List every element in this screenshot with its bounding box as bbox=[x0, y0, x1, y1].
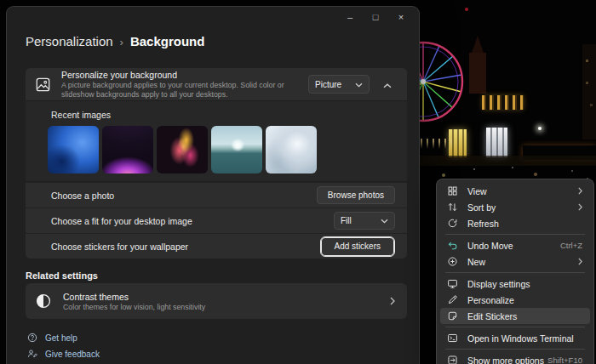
get-help-link[interactable]: Get help bbox=[27, 333, 100, 343]
menu-item-label: Personalize bbox=[467, 295, 582, 305]
thumbnail-abstract-flower[interactable] bbox=[157, 126, 208, 173]
breadcrumb-separator: › bbox=[120, 36, 123, 48]
background-type-dropdown[interactable]: Picture bbox=[308, 75, 370, 94]
fit-dropdown[interactable]: Fill bbox=[334, 212, 395, 230]
background-settings-group: Personalize your background A picture ba… bbox=[26, 68, 407, 259]
choose-stickers-label: Choose stickers for your wallpaper bbox=[51, 242, 320, 252]
contrast-icon bbox=[36, 293, 51, 309]
maximize-button[interactable]: □ bbox=[363, 7, 388, 27]
shoreline bbox=[419, 156, 596, 166]
submenu-chevron-icon bbox=[578, 187, 582, 195]
choose-photo-label: Choose a photo bbox=[51, 191, 317, 201]
menu-item-view[interactable]: View bbox=[440, 183, 590, 199]
submenu-chevron-icon bbox=[578, 203, 582, 211]
contrast-themes-row[interactable]: Contrast themes Color themes for low vis… bbox=[26, 283, 407, 319]
water-light-reflections bbox=[0, 0, 2, 2]
lit-building-windows bbox=[482, 95, 524, 110]
browse-photos-button[interactable]: Browse photos bbox=[317, 186, 395, 204]
white-lit-building bbox=[486, 128, 507, 157]
minimize-button[interactable]: – bbox=[337, 7, 363, 27]
personalize-brush-icon bbox=[446, 293, 459, 306]
menu-item-label: New bbox=[467, 257, 578, 267]
feedback-icon bbox=[27, 349, 37, 359]
street-lamp-light bbox=[538, 127, 542, 130]
choose-fit-label: Choose a fit for your desktop image bbox=[51, 216, 334, 226]
menu-item-label: Sort by bbox=[467, 202, 578, 213]
chevron-down-icon bbox=[381, 216, 388, 225]
give-feedback-label: Give feedback bbox=[45, 350, 100, 359]
contrast-themes-title: Contrast themes bbox=[63, 292, 390, 302]
pier-lights bbox=[421, 139, 455, 149]
undo-icon bbox=[446, 239, 459, 252]
menu-item-personalize[interactable]: Personalize bbox=[440, 292, 590, 308]
menu-item-undo-move[interactable]: Undo Move Ctrl+Z bbox=[440, 237, 590, 253]
personalize-background-expander[interactable]: Personalize your background A picture ba… bbox=[26, 68, 407, 100]
menu-item-new[interactable]: New bbox=[440, 253, 590, 270]
more-options-icon bbox=[446, 354, 459, 364]
menu-separator bbox=[445, 327, 585, 327]
display-icon bbox=[446, 277, 459, 290]
menu-item-edit-stickers[interactable]: Edit Stickers bbox=[440, 308, 590, 324]
menu-item-display-settings[interactable]: Display settings bbox=[440, 276, 590, 292]
church-tower-silhouette bbox=[469, 53, 486, 94]
add-stickers-button[interactable]: Add stickers bbox=[320, 236, 395, 257]
close-button[interactable]: × bbox=[388, 7, 414, 27]
recent-images-row bbox=[48, 126, 397, 173]
fit-value: Fill bbox=[341, 216, 352, 225]
recent-images-label: Recent images bbox=[51, 110, 397, 120]
menu-item-label: Display settings bbox=[467, 279, 582, 289]
sticker-icon bbox=[446, 310, 459, 322]
thumbnail-light-fabric-bloom[interactable] bbox=[266, 126, 317, 173]
menu-item-sort-by[interactable]: Sort by bbox=[440, 199, 590, 215]
chevron-down-icon bbox=[355, 80, 363, 89]
refresh-icon bbox=[446, 217, 459, 230]
menu-item-label: Refresh bbox=[467, 219, 582, 229]
menu-shortcut: Ctrl+Z bbox=[560, 241, 582, 250]
get-help-label: Get help bbox=[45, 333, 77, 343]
page-title: Background bbox=[130, 34, 205, 48]
desktop-context-menu: View Sort by Refresh Undo Move Ctrl+Z bbox=[436, 179, 594, 364]
footer-links: Get help Give feedback bbox=[27, 333, 100, 359]
choose-stickers-row: Choose stickers for your wallpaper Add s… bbox=[26, 233, 407, 259]
choose-fit-row: Choose a fit for your desktop image Fill bbox=[26, 208, 407, 233]
breadcrumb-personalization[interactable]: Personalization bbox=[26, 34, 113, 48]
related-settings-header: Related settings bbox=[26, 270, 98, 281]
menu-item-label: View bbox=[467, 186, 578, 196]
menu-item-label: Edit Stickers bbox=[467, 311, 582, 321]
thumbnail-sunrise-over-lake[interactable] bbox=[211, 126, 262, 173]
menu-separator bbox=[445, 272, 585, 273]
menu-item-label: Open in Windows Terminal bbox=[467, 333, 582, 344]
contrast-themes-subtitle: Color themes for low vision, light sensi… bbox=[63, 303, 390, 311]
menu-separator bbox=[445, 234, 585, 235]
chevron-up-icon bbox=[383, 77, 392, 92]
menu-item-show-more-options[interactable]: Show more options Shift+F10 bbox=[440, 352, 590, 364]
menu-shortcut: Shift+F10 bbox=[547, 355, 582, 364]
menu-item-label: Undo Move bbox=[467, 241, 560, 251]
new-icon bbox=[446, 255, 459, 268]
menu-separator bbox=[445, 349, 585, 350]
help-icon bbox=[27, 333, 37, 343]
sort-icon bbox=[446, 201, 459, 213]
tall-building-silhouette bbox=[582, 44, 596, 139]
settings-window: – □ × Personalization › Background Perso… bbox=[7, 7, 419, 364]
expander-description: A picture background applies to your cur… bbox=[61, 81, 317, 100]
view-grid-icon bbox=[446, 185, 459, 197]
terminal-icon bbox=[446, 332, 459, 344]
menu-item-open-in-windows-terminal[interactable]: Open in Windows Terminal bbox=[440, 330, 590, 346]
give-feedback-link[interactable]: Give feedback bbox=[27, 349, 100, 359]
chevron-right-icon bbox=[390, 293, 395, 309]
choose-photo-row: Choose a photo Browse photos bbox=[26, 182, 407, 208]
menu-item-refresh[interactable]: Refresh bbox=[440, 215, 590, 231]
titlebar: – □ × bbox=[7, 7, 419, 29]
picture-icon bbox=[36, 77, 50, 92]
thumbnail-purple-glow-arc[interactable] bbox=[102, 126, 153, 173]
recent-images-section: Recent images bbox=[26, 100, 407, 182]
expander-title: Personalize your background bbox=[61, 70, 308, 80]
submenu-chevron-icon bbox=[578, 258, 582, 265]
background-type-value: Picture bbox=[315, 80, 341, 89]
breadcrumb: Personalization › Background bbox=[26, 34, 204, 48]
menu-item-label: Show more options bbox=[467, 355, 547, 364]
thumbnail-windows-bloom-blue[interactable] bbox=[48, 126, 99, 173]
collapse-expander-button[interactable] bbox=[376, 75, 398, 94]
